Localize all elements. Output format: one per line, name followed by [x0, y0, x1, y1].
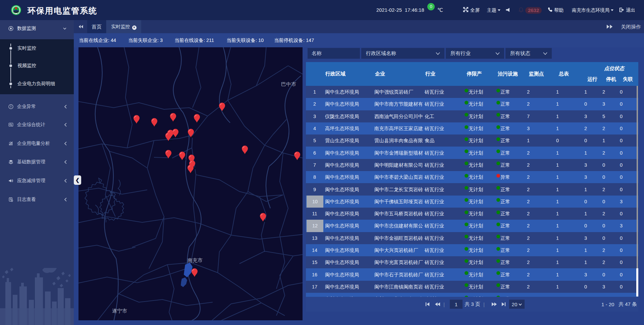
svg-text:南充市: 南充市 [187, 257, 203, 263]
svg-text:遂宁市: 遂宁市 [112, 308, 127, 314]
svg-text:巴中市: 巴中市 [281, 81, 296, 87]
